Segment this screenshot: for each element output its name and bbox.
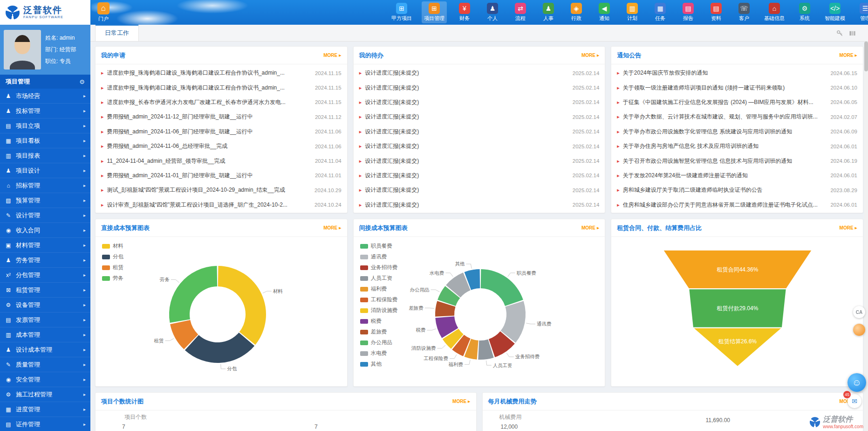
nav-portal[interactable]: ⌂ 门户	[92, 0, 115, 25]
list-item[interactable]: ▸ 费用报销_admin_2024-11-06_部门经理审批_胡建__运行中 2…	[101, 125, 342, 139]
more-link[interactable]: MORE▶	[323, 225, 341, 230]
list-item[interactable]: ▸ 设计进度汇报(未提交) 2025.02.14	[359, 183, 600, 197]
sidebar-menu-item[interactable]: ✎ 设计管理 ▸	[0, 208, 90, 223]
list-item[interactable]: ▸ 设计进度汇报(未提交) 2025.02.14	[359, 139, 600, 153]
customer-service-chat-button[interactable]: ☺	[847, 373, 866, 392]
key-icon[interactable]	[836, 30, 843, 37]
sidebar-menu-item[interactable]: ▥ 项目报表 ▸	[0, 148, 90, 163]
funnel-band[interactable]	[693, 328, 782, 367]
top-nav-item[interactable]: ⌂ 基础信息	[762, 1, 787, 23]
sidebar-menu-item[interactable]: ♟ 投标管理 ▸	[0, 104, 90, 118]
list-item[interactable]: ▸ 设计进度汇报(未提交) 2025.02.14	[359, 153, 600, 168]
sidebar-menu-item[interactable]: ♟ 设计成本管理 ▸	[0, 342, 90, 357]
legend-item[interactable]: 通讯费	[360, 253, 398, 260]
top-nav-item[interactable]: ♟ 人事	[538, 1, 559, 23]
legend-item[interactable]: 工程保险费	[360, 296, 398, 303]
list-item[interactable]: ▸ 进度款申报_珠海鹤港口建设_珠海鹤港口建设工程合作协议书_admin_...…	[101, 66, 342, 80]
more-link[interactable]: MORE▶	[581, 53, 599, 58]
top-nav-item[interactable]: ▦ 任务	[650, 1, 670, 23]
sidebar-menu-item[interactable]: ♟ 项目设计 ▸	[0, 163, 90, 178]
more-link[interactable]: MORE▶	[452, 399, 470, 404]
sidebar-menu-item[interactable]: ◉ 收入合同 ▸	[0, 223, 90, 238]
sidebar-menu-item[interactable]: ▣ 材料管理 ▸	[0, 238, 90, 253]
list-item[interactable]: ▸ 设计进度汇报(未提交) 2025.02.14	[359, 168, 600, 183]
list-item[interactable]: ▸ 关于举办住房与房地产信息化 技术及应用培训班的通知 2024.06.01	[617, 139, 857, 153]
sidebar-menu-item[interactable]: ◉ 安全管理 ▸	[0, 372, 90, 387]
series-legend[interactable]: 项目个数	[124, 413, 147, 421]
legend-item[interactable]: 材料	[102, 243, 123, 250]
sidebar-menu-item[interactable]: ♟ 市场经营 ▸	[0, 89, 90, 104]
list-item[interactable]: ▸ 关于举办市政公用设施数字化管理信息 系统建设与应用培训班的通知 2024.0…	[617, 125, 857, 139]
list-item[interactable]: ▸ 进度款申报_长春市伊通河水力发电厂改建工程_长春市伊通河水力发电... 20…	[101, 95, 342, 110]
list-item[interactable]: ▸ 设计进度汇报(未提交) 2025.02.14	[359, 80, 600, 95]
sidebar-menu-item[interactable]: ⊠ 租赁管理 ▸	[0, 283, 90, 298]
list-item[interactable]: ▸ 设计审查_彭祖新城“四馆”景观工程设计项目_请选择_胡广生_2024-10-…	[101, 198, 342, 212]
gear-icon[interactable]: ⚙	[79, 78, 85, 85]
top-nav-item[interactable]: ▤ 资料	[706, 1, 726, 23]
list-item[interactable]: ▸ 费用报销_admin_2024-11-01_部门经理审批_胡建__运行中 2…	[101, 168, 342, 183]
top-nav-item[interactable]: ▥ 计划	[622, 1, 642, 23]
legend-item[interactable]: 人员工资	[360, 275, 398, 282]
top-nav-item[interactable]: ☰ 管理	[855, 1, 868, 23]
sidebar-menu-item[interactable]: ✎ 质量管理 ▸	[0, 357, 90, 372]
list-item[interactable]: ▸ 费用报销_admin_2024-11-12_部门经理审批_胡建__运行中 2…	[101, 110, 342, 124]
list-item[interactable]: ▸ 测试_彭祖新城“四馆”景观工程设计项目_2024-10-29_admin_结…	[101, 183, 342, 197]
sidebar-menu-item[interactable]: ▤ 证件管理 ▸	[0, 417, 90, 431]
sidebar-menu-item[interactable]: ⚙ 设备管理 ▸	[0, 298, 90, 313]
list-item[interactable]: ▸ 关于2024年国庆节放假安排的通知 2024.06.15	[617, 66, 857, 80]
donut-slice[interactable]	[169, 266, 217, 323]
more-link[interactable]: MORE▶	[840, 53, 857, 58]
message-float-button[interactable]: ✉ 45	[847, 394, 861, 408]
sidebar-menu-item[interactable]: x² 分包管理 ▸	[0, 268, 90, 283]
legend-item[interactable]: 分包	[102, 253, 123, 260]
series-legend[interactable]: 机械费用	[499, 413, 522, 421]
list-item[interactable]: ▸ 房和城乡建设厅关于取消二级建造师临时执业证书的公告 2023.08.29	[617, 183, 857, 197]
avatar[interactable]	[4, 30, 41, 70]
list-item[interactable]: ▸ 设计进度汇报(未提交) 2025.02.14	[359, 110, 600, 124]
list-item[interactable]: ▸ 住房和城乡建设部办公厅关于同意吉林省开展二级建造师注册证书电子化试点... …	[617, 198, 857, 212]
top-nav-item[interactable]: ☏ 客户	[734, 1, 754, 23]
top-nav-item[interactable]: ⇄ 流程	[510, 1, 531, 23]
list-item[interactable]: ▸ 关于发放2024年第24批一级建造师注册证书的通知 2024.06.01	[617, 168, 857, 183]
donut-slice[interactable]	[218, 266, 266, 345]
legend-item[interactable]: 消防设施费	[360, 307, 398, 314]
list-item[interactable]: ▸ 进度款申报_珠海鹤港口建设_珠海鹤港口建设工程合作协议书_admin_...…	[101, 80, 342, 95]
top-nav-item[interactable]: ⊞ 项目管理	[422, 1, 447, 23]
sidebar-menu-item[interactable]: ⚙ 施工过程管理 ▸	[0, 387, 90, 402]
list-item[interactable]: ▸ 关于召开市政公用设施智慧化管理信息 信息技术与应用培训班的通知 2024.0…	[617, 153, 857, 168]
top-nav-item[interactable]: ◀ 通知	[594, 1, 615, 23]
legend-item[interactable]: 福利费	[360, 285, 398, 292]
ca-float-button[interactable]: CA	[853, 306, 865, 318]
sidebar-menu-item[interactable]: ♟ 劳务管理 ▸	[0, 253, 90, 268]
list-item[interactable]: ▸ 于征集《中国建筑施工行业信息化发展报告 (2024) —BIM应用与发展》材…	[617, 95, 857, 110]
layout-columns-icon[interactable]	[849, 30, 856, 37]
top-nav-item[interactable]: ◈ 行政	[566, 1, 587, 23]
more-link[interactable]: MORE▶	[581, 225, 599, 230]
top-nav-item[interactable]: ▤ 报告	[678, 1, 698, 23]
legend-item[interactable]: 税费	[360, 318, 398, 325]
more-link[interactable]: MORE▶	[323, 53, 341, 58]
legend-item[interactable]: 业务招待费	[360, 264, 398, 271]
orange-float-button[interactable]	[853, 324, 865, 336]
scrollbar-thumb[interactable]	[864, 42, 868, 71]
scrollbar[interactable]	[864, 42, 868, 431]
legend-item[interactable]: 差旅费	[360, 328, 398, 335]
list-item[interactable]: ▸ 11_2024-11-04_admin_经营部_领导审批__完成 2024.…	[101, 153, 342, 168]
sidebar-menu-item[interactable]: ▧ 预算管理 ▸	[0, 193, 90, 208]
top-nav-item[interactable]: ♟ 个人	[482, 1, 503, 23]
list-item[interactable]: ▸ 设计进度汇报(未提交) 2025.02.14	[359, 125, 600, 139]
sidebar-menu-item[interactable]: ▥ 成本管理 ▸	[0, 327, 90, 342]
legend-item[interactable]: 职员餐费	[360, 243, 398, 250]
sidebar-menu-item[interactable]: ▤ 发票管理 ▸	[0, 313, 90, 327]
top-nav-item[interactable]: ¥ 财务	[454, 1, 475, 23]
top-nav-item[interactable]: </> 智能建模	[822, 1, 847, 23]
list-item[interactable]: ▸ 费用报销_admin_2024-11-06_总经理审批__完成 2024.1…	[101, 139, 342, 153]
sidebar-menu-item[interactable]: ⌂ 招标管理 ▸	[0, 178, 90, 193]
sidebar-menu-item[interactable]: ▤ 项目立项 ▸	[0, 118, 90, 133]
list-item[interactable]: ▸ 设计进度汇报(未提交) 2025.02.14	[359, 95, 600, 110]
sidebar-menu-item[interactable]: ▦ 进度管理 ▸	[0, 402, 90, 417]
list-item[interactable]: ▸ 设计进度汇报(未提交) 2025.02.14	[359, 198, 600, 212]
more-link[interactable]: MORE▶	[840, 225, 857, 230]
list-item[interactable]: ▸ 关于领取一级注册建造师培训项目的通知 (须持一建证书前来领取) 2024.0…	[617, 80, 857, 95]
legend-item[interactable]: 租赁	[102, 264, 123, 271]
